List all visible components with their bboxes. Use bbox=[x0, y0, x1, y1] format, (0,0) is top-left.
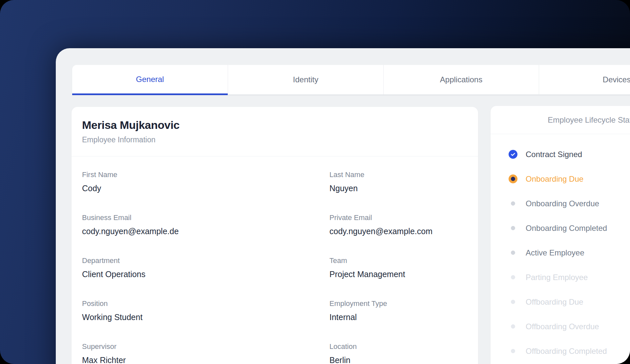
step-dot-icon bbox=[509, 322, 517, 331]
lifecycle-item-label: Parting Employee bbox=[526, 273, 588, 282]
field-value: Nguyen bbox=[329, 183, 468, 193]
field-label: Supervisor bbox=[82, 342, 329, 351]
field-label: Position bbox=[82, 299, 329, 308]
lifecycle-card: Employee Lifecycle Status Contract Signe… bbox=[491, 106, 630, 364]
lifecycle-item-label: Offboarding Due bbox=[526, 297, 583, 307]
app-panel: GeneralIdentityApplicationsDevices Meris… bbox=[56, 48, 630, 364]
field-supervisor: SupervisorMax Richter bbox=[82, 342, 329, 364]
lifecycle-title: Employee Lifecycle Status bbox=[491, 106, 630, 134]
tab-devices[interactable]: Devices bbox=[539, 65, 630, 95]
field-value: cody.nguyen@example.com bbox=[329, 226, 468, 236]
lifecycle-item-label: Offboarding Completed bbox=[526, 347, 607, 356]
lifecycle-item-active-employee: Active Employee bbox=[509, 240, 630, 265]
field-label: Business Email bbox=[82, 213, 329, 222]
step-dot-icon bbox=[509, 248, 517, 257]
lifecycle-item-label: Contract Signed bbox=[526, 150, 582, 159]
field-first-name: First NameCody bbox=[82, 170, 329, 213]
field-label: Last Name bbox=[329, 170, 468, 179]
tab-applications[interactable]: Applications bbox=[383, 65, 539, 95]
lifecycle-item-onboarding-due: Onboarding Due bbox=[509, 167, 630, 191]
field-label: Employment Type bbox=[329, 299, 468, 308]
field-label: Location bbox=[329, 342, 468, 351]
screen-frame: GeneralIdentityApplicationsDevices Meris… bbox=[0, 0, 630, 364]
field-private-email: Private Emailcody.nguyen@example.com bbox=[329, 213, 468, 256]
tab-general[interactable]: General bbox=[72, 65, 228, 95]
tab-bar: GeneralIdentityApplicationsDevices bbox=[72, 65, 630, 95]
lifecycle-item-offboarding-due: Offboarding Due bbox=[509, 290, 630, 314]
field-label: First Name bbox=[82, 170, 329, 179]
check-circle-icon bbox=[509, 150, 517, 159]
lifecycle-item-contract-signed: Contract Signed bbox=[509, 142, 630, 167]
field-label: Team bbox=[329, 256, 468, 265]
lifecycle-item-parting-employee: Parting Employee bbox=[509, 265, 630, 290]
tab-identity[interactable]: Identity bbox=[228, 65, 383, 95]
field-team: TeamProject Management bbox=[329, 256, 468, 299]
employee-fields: First NameCodyLast NameNguyenBusiness Em… bbox=[72, 156, 478, 364]
field-location: LocationBerlin bbox=[329, 342, 468, 364]
page-title: Merisa Mujkanovic bbox=[82, 118, 468, 132]
lifecycle-item-label: Offboarding Overdue bbox=[526, 322, 599, 331]
page-subtitle: Employee Information bbox=[82, 135, 468, 144]
step-dot-icon bbox=[509, 347, 517, 355]
field-value: Max Richter bbox=[82, 355, 329, 364]
field-value: Berlin bbox=[329, 355, 468, 364]
field-value: Working Student bbox=[82, 312, 329, 322]
lifecycle-item-label: Active Employee bbox=[526, 248, 584, 257]
lifecycle-item-offboarding-overdue: Offboarding Overdue bbox=[509, 314, 630, 339]
field-last-name: Last NameNguyen bbox=[329, 170, 468, 213]
field-value: Internal bbox=[329, 312, 468, 322]
employee-card: Merisa Mujkanovic Employee Information F… bbox=[72, 107, 478, 364]
lifecycle-item-onboarding-completed: Onboarding Completed bbox=[509, 216, 630, 240]
field-label: Private Email bbox=[329, 213, 468, 222]
step-dot-icon bbox=[509, 297, 517, 306]
field-value: Project Management bbox=[329, 269, 468, 279]
field-label: Department bbox=[82, 256, 329, 265]
lifecycle-item-label: Onboarding Completed bbox=[526, 224, 607, 233]
field-employment-type: Employment TypeInternal bbox=[329, 299, 468, 342]
field-business-email: Business Emailcody.nguyen@example.de bbox=[82, 213, 329, 256]
field-department: DepartmentClient Operations bbox=[82, 256, 329, 299]
field-position: PositionWorking Student bbox=[82, 299, 329, 342]
employee-card-header: Merisa Mujkanovic Employee Information bbox=[72, 107, 478, 144]
lifecycle-item-offboarding-completed: Offboarding Completed bbox=[509, 339, 630, 363]
lifecycle-item-label: Onboarding Due bbox=[526, 174, 583, 184]
step-dot-icon bbox=[509, 224, 517, 233]
lifecycle-item-label: Onboarding Overdue bbox=[526, 199, 599, 208]
field-value: Cody bbox=[82, 183, 329, 193]
lifecycle-item-onboarding-overdue: Onboarding Overdue bbox=[509, 191, 630, 216]
lifecycle-list: Contract SignedOnboarding DueOnboarding … bbox=[491, 134, 630, 363]
step-dot-icon bbox=[509, 273, 517, 282]
current-step-icon bbox=[509, 174, 517, 183]
step-dot-icon bbox=[509, 199, 517, 208]
field-value: cody.nguyen@example.de bbox=[82, 226, 329, 236]
field-value: Client Operations bbox=[82, 269, 329, 279]
